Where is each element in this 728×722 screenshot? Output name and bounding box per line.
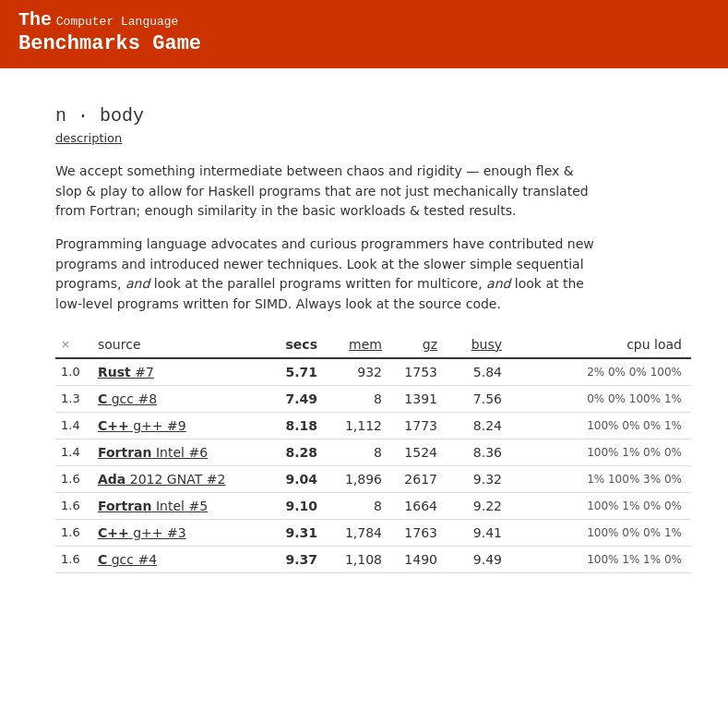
header-row: × source secs mem gz busy cpu load <box>55 333 691 358</box>
col-header-gz: gz <box>388 333 443 358</box>
cell-secs: 8.28 <box>258 439 323 465</box>
header-line1: The Computer Language <box>18 9 710 30</box>
cell-gz: 2617 <box>388 465 443 492</box>
source-link[interactable]: Rust #7 <box>98 365 154 379</box>
cell-source[interactable]: Fortran Intel #6 <box>92 439 258 465</box>
cell-secs: 5.71 <box>258 358 323 386</box>
col-header-secs: secs <box>258 333 323 358</box>
cell-x: 1.6 <box>55 492 92 519</box>
cell-mem: 8 <box>323 439 388 465</box>
cell-busy: 9.41 <box>443 519 507 546</box>
table-row: 1.6Ada 2012 GNAT #29.041,89626179.321% 1… <box>55 465 691 492</box>
table-row: 1.4C++ g++ #98.181,11217738.24100% 0% 0%… <box>55 412 691 439</box>
cell-gz: 1490 <box>388 546 443 572</box>
cell-mem: 8 <box>323 492 388 519</box>
table-row: 1.4Fortran Intel #68.28815248.36100% 1% … <box>55 439 691 465</box>
cell-gz: 1664 <box>388 492 443 519</box>
cell-x: 1.6 <box>55 465 92 492</box>
cell-gz: 1391 <box>388 385 443 412</box>
cell-cpuload: 100% 0% 0% 1% <box>507 519 691 546</box>
cell-secs: 9.10 <box>258 492 323 519</box>
cell-mem: 1,896 <box>323 465 388 492</box>
cell-source[interactable]: Fortran Intel #5 <box>92 492 258 519</box>
table-row: 1.6C gcc #49.371,10814909.49100% 1% 1% 0… <box>55 546 691 572</box>
cell-mem: 1,108 <box>323 546 388 572</box>
cell-mem: 1,112 <box>323 412 388 439</box>
main-content: n · body description We accept something… <box>0 68 728 592</box>
page-title: n · body <box>55 105 691 126</box>
cell-secs: 8.18 <box>258 412 323 439</box>
cell-busy: 8.24 <box>443 412 507 439</box>
cell-busy: 9.32 <box>443 465 507 492</box>
col-header-mem: mem <box>323 333 388 358</box>
header-subtitle: Computer Language <box>56 15 179 29</box>
source-link[interactable]: C++ g++ #3 <box>98 525 186 540</box>
table-row: 1.6C++ g++ #39.311,78417639.41100% 0% 0%… <box>55 519 691 546</box>
cell-secs: 9.31 <box>258 519 323 546</box>
source-link[interactable]: C++ g++ #9 <box>98 418 186 433</box>
col-header-cpuload: cpu load <box>507 333 691 358</box>
cell-source[interactable]: C gcc #4 <box>92 546 258 572</box>
cell-busy: 9.49 <box>443 546 507 572</box>
cell-busy: 9.22 <box>443 492 507 519</box>
source-link[interactable]: C gcc #8 <box>98 391 157 406</box>
cell-gz: 1763 <box>388 519 443 546</box>
cell-x: 1.4 <box>55 439 92 465</box>
source-link[interactable]: C gcc #4 <box>98 552 157 567</box>
cell-x: 1.4 <box>55 412 92 439</box>
cell-cpuload: 100% 1% 0% 0% <box>507 439 691 465</box>
cell-x: 1.6 <box>55 519 92 546</box>
cell-mem: 932 <box>323 358 388 386</box>
cell-source[interactable]: Ada 2012 GNAT #2 <box>92 465 258 492</box>
cell-cpuload: 100% 1% 1% 0% <box>507 546 691 572</box>
source-link[interactable]: Fortran Intel #5 <box>98 499 208 513</box>
source-link[interactable]: Ada 2012 GNAT #2 <box>98 472 225 487</box>
table-row: 1.6Fortran Intel #59.10816649.22100% 1% … <box>55 492 691 519</box>
paragraph-2: Programming language advocates and curio… <box>55 235 600 315</box>
col-header-busy: busy <box>443 333 507 358</box>
cell-gz: 1753 <box>388 358 443 386</box>
col-header-x: × <box>55 333 92 358</box>
cell-source[interactable]: C++ g++ #3 <box>92 519 258 546</box>
cell-gz: 1773 <box>388 412 443 439</box>
paragraph-1: We accept something intermediate between… <box>55 162 600 222</box>
cell-mem: 8 <box>323 385 388 412</box>
cell-cpuload: 1% 100% 3% 0% <box>507 465 691 492</box>
benchmark-table-section: × source secs mem gz busy cpu load 1.0Ru… <box>55 333 691 573</box>
cell-source[interactable]: C gcc #8 <box>92 385 258 412</box>
header-the: The <box>18 9 52 30</box>
cell-secs: 9.37 <box>258 546 323 572</box>
table-header: × source secs mem gz busy cpu load <box>55 333 691 358</box>
cell-source[interactable]: Rust #7 <box>92 358 258 386</box>
cell-x: 1.3 <box>55 385 92 412</box>
description-link[interactable]: description <box>55 131 122 145</box>
cell-busy: 5.84 <box>443 358 507 386</box>
table-row: 1.0Rust #75.7193217535.842% 0% 0% 100% <box>55 358 691 386</box>
table-body: 1.0Rust #75.7193217535.842% 0% 0% 100%1.… <box>55 358 691 573</box>
cell-busy: 8.36 <box>443 439 507 465</box>
cell-cpuload: 100% 0% 0% 1% <box>507 412 691 439</box>
header-banner: The Computer Language Benchmarks Game <box>0 0 728 68</box>
col-header-source: source <box>92 333 258 358</box>
table-row: 1.3C gcc #87.49813917.560% 0% 100% 1% <box>55 385 691 412</box>
source-link[interactable]: Fortran Intel #6 <box>98 445 208 460</box>
cell-mem: 1,784 <box>323 519 388 546</box>
cell-cpuload: 0% 0% 100% 1% <box>507 385 691 412</box>
cell-source[interactable]: C++ g++ #9 <box>92 412 258 439</box>
cell-x: 1.6 <box>55 546 92 572</box>
cell-x: 1.0 <box>55 358 92 386</box>
benchmark-table: × source secs mem gz busy cpu load 1.0Ru… <box>55 333 691 573</box>
cell-busy: 7.56 <box>443 385 507 412</box>
cell-cpuload: 2% 0% 0% 100% <box>507 358 691 386</box>
header-title: Benchmarks Game <box>18 32 710 55</box>
cell-cpuload: 100% 1% 0% 0% <box>507 492 691 519</box>
cell-secs: 9.04 <box>258 465 323 492</box>
cell-gz: 1524 <box>388 439 443 465</box>
cell-secs: 7.49 <box>258 385 323 412</box>
